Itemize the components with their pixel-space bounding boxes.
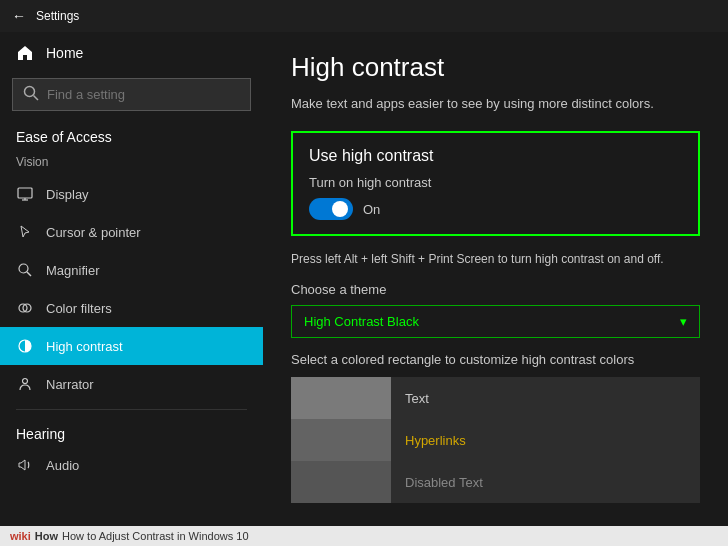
svg-line-1 — [34, 96, 39, 101]
theme-dropdown[interactable]: High Contrast Black ▾ — [291, 305, 700, 338]
contrast-icon — [16, 337, 34, 355]
watermark-bar: wiki How How to Adjust Contrast in Windo… — [0, 526, 728, 546]
search-icon — [23, 85, 39, 104]
sidebar-color-filters-label: Color filters — [46, 301, 112, 316]
high-contrast-toggle[interactable] — [309, 198, 353, 220]
sidebar-item-high-contrast[interactable]: High contrast — [0, 327, 263, 365]
sidebar-item-audio[interactable]: Audio — [0, 446, 263, 484]
sidebar-high-contrast-label: High contrast — [46, 339, 123, 354]
sidebar-separator — [16, 409, 247, 410]
title-bar: ← Settings — [0, 0, 728, 32]
shortcut-text: Press left Alt + left Shift + Print Scre… — [291, 250, 700, 268]
sidebar-item-cursor-pointer[interactable]: Cursor & pointer — [0, 213, 263, 251]
swatch-color-text — [291, 377, 391, 419]
watermark-text: How to Adjust Contrast in Windows 10 — [62, 530, 248, 542]
theme-dropdown-value: High Contrast Black — [304, 314, 419, 329]
swatch-label-disabled: Disabled Text — [391, 461, 700, 503]
color-filter-icon — [16, 299, 34, 317]
magnifier-icon — [16, 261, 34, 279]
swatch-label-text: Text — [391, 377, 700, 419]
sidebar-narrator-label: Narrator — [46, 377, 94, 392]
cursor-icon — [16, 223, 34, 241]
title-bar-title: Settings — [36, 9, 79, 23]
sidebar-magnifier-label: Magnifier — [46, 263, 99, 278]
main-layout: Home Ease of Access Vision Display Curso… — [0, 32, 728, 526]
swatch-row-disabled[interactable]: Disabled Text — [291, 461, 700, 503]
wikihow-logo: wiki — [10, 530, 31, 542]
color-swatches: Text Hyperlinks Disabled Text — [291, 377, 700, 503]
svg-point-10 — [23, 379, 28, 384]
swatch-row-hyperlinks[interactable]: Hyperlinks — [291, 419, 700, 461]
toggle-state-label: On — [363, 202, 380, 217]
sidebar-display-label: Display — [46, 187, 89, 202]
swatch-label-hyperlinks: Hyperlinks — [391, 419, 700, 461]
page-title: High contrast — [291, 52, 700, 83]
sidebar-vision-label: Vision — [0, 151, 263, 175]
use-high-contrast-box: Use high contrast Turn on high contrast … — [291, 131, 700, 236]
turn-on-label: Turn on high contrast — [309, 175, 682, 190]
page-description: Make text and apps easier to see by usin… — [291, 95, 700, 113]
home-icon — [16, 44, 34, 62]
sidebar: Home Ease of Access Vision Display Curso… — [0, 32, 263, 526]
sidebar-item-color-filters[interactable]: Color filters — [0, 289, 263, 327]
sidebar-cursor-label: Cursor & pointer — [46, 225, 141, 240]
svg-point-5 — [19, 264, 28, 273]
toggle-knob — [332, 201, 348, 217]
swatch-color-hyperlinks — [291, 419, 391, 461]
search-box[interactable] — [12, 78, 251, 111]
svg-rect-2 — [18, 188, 32, 198]
sidebar-item-narrator[interactable]: Narrator — [0, 365, 263, 403]
hc-box-title: Use high contrast — [309, 147, 682, 165]
sidebar-audio-label: Audio — [46, 458, 79, 473]
colored-rect-label: Select a colored rectangle to customize … — [291, 352, 700, 367]
back-button[interactable]: ← — [12, 8, 26, 24]
sidebar-home-label: Home — [46, 45, 83, 61]
sidebar-section-ease-of-access: Ease of Access — [0, 121, 263, 151]
toggle-row: On — [309, 198, 682, 220]
svg-point-0 — [25, 87, 35, 97]
sidebar-item-magnifier[interactable]: Magnifier — [0, 251, 263, 289]
sidebar-hearing-label: Hearing — [0, 416, 263, 446]
sidebar-item-display[interactable]: Display — [0, 175, 263, 213]
audio-icon — [16, 456, 34, 474]
swatch-row-text[interactable]: Text — [291, 377, 700, 419]
swatch-color-disabled — [291, 461, 391, 503]
choose-theme-label: Choose a theme — [291, 282, 700, 297]
how-text: How — [35, 530, 58, 542]
narrator-icon — [16, 375, 34, 393]
display-icon — [16, 185, 34, 203]
svg-line-6 — [27, 272, 31, 276]
sidebar-item-home[interactable]: Home — [0, 32, 263, 74]
content-area: High contrast Make text and apps easier … — [263, 32, 728, 526]
chevron-down-icon: ▾ — [680, 314, 687, 329]
search-input[interactable] — [47, 87, 240, 102]
